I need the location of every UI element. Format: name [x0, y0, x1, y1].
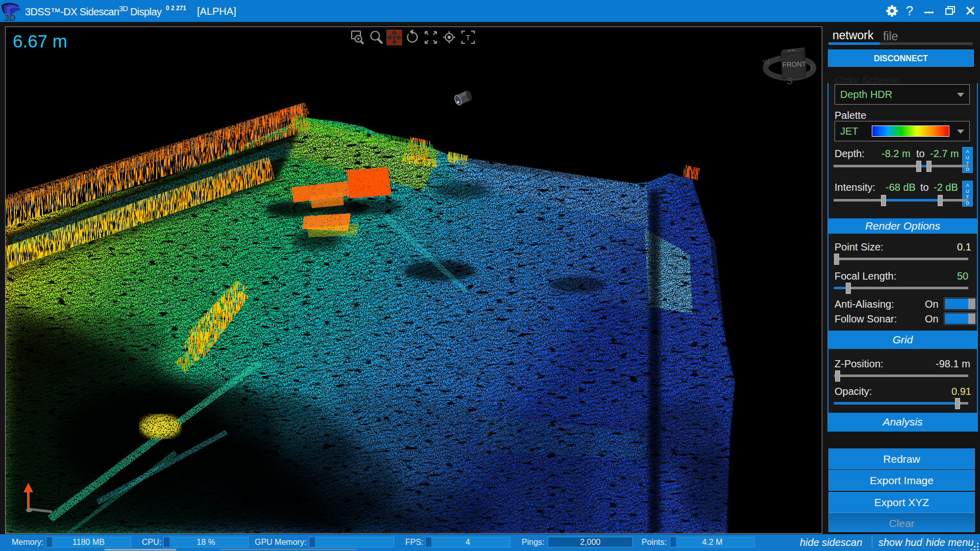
svg-text:T: T: [466, 33, 471, 42]
svg-text:E: E: [810, 63, 815, 71]
svg-text:3D: 3D: [5, 13, 16, 22]
svg-text:FRONT: FRONT: [782, 60, 806, 69]
svg-text:S: S: [787, 76, 793, 86]
